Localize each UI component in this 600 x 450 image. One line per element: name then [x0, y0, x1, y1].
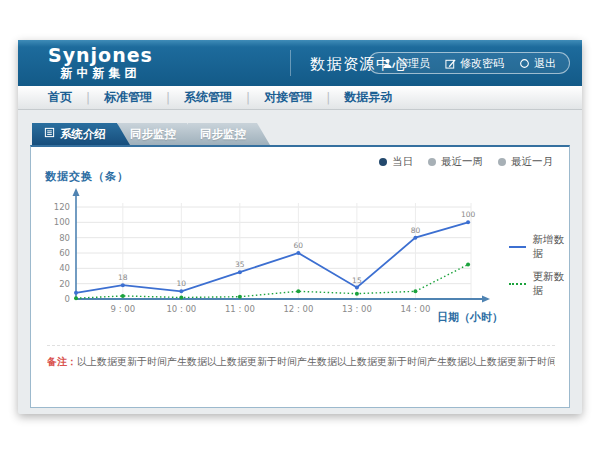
- svg-text:14 : 00: 14 : 00: [400, 304, 430, 314]
- radio-dot-icon: [379, 158, 387, 166]
- svg-text:20: 20: [59, 279, 70, 289]
- legend-swatch: [509, 246, 526, 248]
- change-password-button[interactable]: 修改密码: [445, 56, 504, 71]
- note-text: 以上数据更新于时间产生数据以上数据更新于时间产生数据以上数据更新于时间产生数据以…: [77, 356, 555, 367]
- svg-text:60: 60: [59, 248, 70, 258]
- nav-item-1[interactable]: 标准管理: [104, 89, 152, 106]
- nav-separator: |: [166, 91, 170, 105]
- line-chart: 0204060801001209 : 0010 : 0011 : 0012 : …: [41, 183, 501, 333]
- svg-text:9 : 00: 9 : 00: [111, 304, 136, 314]
- svg-text:60: 60: [294, 241, 304, 250]
- svg-text:11 : 00: 11 : 00: [225, 304, 255, 314]
- svg-text:35: 35: [235, 260, 245, 269]
- nav-item-0[interactable]: 首页: [48, 89, 72, 106]
- svg-text:0: 0: [65, 294, 70, 304]
- footer-note: 备注：以上数据更新于时间产生数据以上数据更新于时间产生数据以上数据更新于时间产生…: [47, 345, 555, 369]
- tab-0[interactable]: 系统介绍: [32, 123, 130, 145]
- time-range-options: 当日最近一周最近一月: [379, 155, 553, 169]
- nav-item-4[interactable]: 数据异动: [344, 89, 392, 106]
- tab-2[interactable]: 同步监控: [188, 123, 270, 145]
- svg-text:80: 80: [59, 233, 70, 243]
- content-area: 系统介绍同步监控同步监控 当日最近一周最近一月 数据交换（条） 02040608…: [18, 110, 582, 414]
- header: Synjones 新中新集团 数据资源中心 管理员修改密码退出: [18, 40, 582, 86]
- chart-card: 当日最近一周最近一月 数据交换（条） 0204060801001209 : 00…: [30, 145, 570, 408]
- range-option-0[interactable]: 当日: [379, 155, 413, 169]
- nav-separator: |: [86, 91, 90, 105]
- user-icon: [382, 58, 393, 69]
- brand-logo: Synjones 新中新集团: [48, 44, 153, 81]
- tab-bar: 系统介绍同步监控同步监控: [32, 123, 258, 145]
- svg-text:120: 120: [54, 202, 70, 212]
- logout-button[interactable]: 退出: [519, 56, 556, 71]
- svg-text:12 : 00: 12 : 00: [283, 304, 313, 314]
- logo-text-en: Synjones: [48, 44, 153, 66]
- edit-icon: [445, 58, 456, 69]
- radio-dot-icon: [498, 158, 506, 166]
- nav-separator: |: [246, 91, 250, 105]
- header-divider: [290, 50, 291, 76]
- legend-item-0: 新增数据: [509, 233, 569, 261]
- y-axis-title: 数据交换（条）: [45, 169, 129, 184]
- user-actions-pill: 管理员修改密码退出: [368, 52, 570, 74]
- main-nav: 首页|标准管理|系统管理|对接管理|数据异动: [18, 86, 582, 110]
- svg-text:80: 80: [411, 226, 421, 235]
- nav-item-3[interactable]: 对接管理: [264, 89, 312, 106]
- svg-text:100: 100: [54, 217, 70, 227]
- nav-item-2[interactable]: 系统管理: [184, 89, 232, 106]
- admin-user-button[interactable]: 管理员: [382, 56, 430, 71]
- document-icon: [44, 127, 55, 141]
- x-axis-title: 日期（小时）: [437, 310, 503, 325]
- svg-text:15: 15: [352, 276, 362, 285]
- legend-swatch: [509, 283, 526, 285]
- app-window: Synjones 新中新集团 数据资源中心 管理员修改密码退出 首页|标准管理|…: [18, 40, 582, 414]
- svg-text:10: 10: [177, 279, 187, 288]
- note-label: 备注：: [47, 356, 77, 367]
- range-option-2[interactable]: 最近一月: [498, 155, 553, 169]
- logo-text-cn: 新中新集团: [48, 66, 153, 81]
- power-icon: [519, 58, 530, 69]
- nav-separator: |: [326, 91, 330, 105]
- tab-1[interactable]: 同步监控: [118, 123, 200, 145]
- svg-text:18: 18: [118, 273, 128, 282]
- svg-text:10 : 00: 10 : 00: [166, 304, 196, 314]
- legend-item-1: 更新数据: [509, 270, 569, 298]
- svg-text:13 : 00: 13 : 00: [342, 304, 372, 314]
- svg-text:100: 100: [461, 210, 476, 219]
- range-option-1[interactable]: 最近一周: [428, 155, 483, 169]
- chart-legend: 新增数据更新数据: [509, 233, 569, 298]
- radio-dot-icon: [428, 158, 436, 166]
- svg-text:40: 40: [59, 263, 70, 273]
